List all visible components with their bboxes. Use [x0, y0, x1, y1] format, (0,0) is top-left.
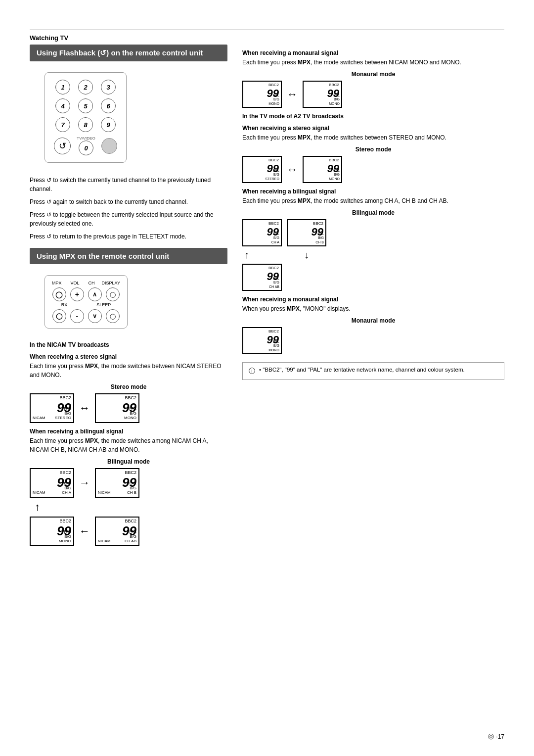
- a2m-screen: BBC2 99 PALB/GMONO: [242, 327, 282, 354]
- flashback-remote-illustration: 1 2 3 4 5 6 7 8 9 ↺ TV/VIDEO: [30, 67, 227, 170]
- a2-monaural-body: When you press MPX, "MONO" displays.: [242, 304, 504, 313]
- a2-stereo-screen-row: BBC2 99 PALB/GSTEREO ↔ BBC2 99 PALB/GMON…: [242, 156, 504, 183]
- flashback-para3: Press ↺ to toggle between the currently …: [30, 210, 227, 228]
- page: Watching TV Using Flashback (↺) on the r…: [0, 0, 534, 756]
- nicam-bi-bottom-left: BBC2 99 PALB/GMONO: [30, 517, 74, 546]
- btn-power: [101, 138, 117, 154]
- vol-minus-btn: -: [70, 309, 84, 323]
- ch-btn: ∧: [88, 287, 102, 301]
- nicam-bilingual-mid-arrows: ↑ ↓: [30, 501, 227, 514]
- mono-left-screen: BBC2 99 PALB/GMONO: [242, 81, 282, 108]
- sleep-btn: ◯: [106, 309, 120, 323]
- nicam-bilingual-mode-title: Bilingual mode: [30, 458, 227, 465]
- a2b-bottom-left: BBC2 99 PALB/GCH AB: [242, 264, 282, 291]
- page-number: Ⓞ -17: [488, 733, 504, 741]
- a2-bilingual-left-col: BBC2 99 PALB/GCH A ↑ BBC2 99 PALB/GCH AB: [242, 219, 282, 291]
- nicam-bi-top-right: BBC2 99 NICAM PALB/GCH B: [95, 468, 139, 498]
- a2b-top-left: BBC2 99 PALB/GCH A: [242, 219, 282, 246]
- special-row: ↺ TV/VIDEO 0: [54, 136, 117, 155]
- nicam-section-title: In the NICAM TV broadcasts: [30, 341, 227, 348]
- nicam-bilingual-screens: BBC2 99 NICAM PALB/GCH A → BBC2 99 NICAM…: [30, 468, 227, 546]
- mono-arrow: ↔: [287, 88, 298, 101]
- a2-monaural-title: When receiving a monaural signal: [242, 296, 504, 303]
- btn-4: 4: [55, 98, 70, 113]
- left-column: Using Flashback (↺) on the remote contro…: [30, 45, 227, 551]
- nicam-bilingual-top-row: BBC2 99 NICAM PALB/GCH A → BBC2 99 NICAM…: [30, 468, 227, 498]
- a2-bilingual-body: Each time you press MPX, the mode switch…: [242, 196, 504, 205]
- a2b-top-right: BBC2 99 PALB/GCH B: [287, 219, 326, 246]
- vol-btn: +: [70, 287, 84, 301]
- a2-mono-screen-container: BBC2 99 PALB/GMONO: [242, 327, 504, 354]
- btn-9: 9: [101, 117, 116, 132]
- mpx-bottom-labels: RX SLEEP: [52, 302, 120, 307]
- flashback-para2: Press ↺ again to switch back to the curr…: [30, 197, 227, 206]
- mpx-section-header: Using MPX on the remote control unit: [30, 248, 227, 264]
- nicam-bilingual-title: When receiving a bilingual signal: [30, 428, 227, 435]
- monaural-title: When receiving a monaural signal: [242, 49, 504, 56]
- flashback-para4: Press ↺ to return to the previous page i…: [30, 232, 227, 241]
- nicam-stereo-mode-title: Stereo mode: [30, 383, 227, 390]
- nicam-stereo-right-screen: BBC2 99 PALB/GMONO: [95, 393, 139, 423]
- mpx-bottom-row: ◯ - ∨ ◯: [52, 309, 120, 323]
- ch-down-btn: ∨: [88, 309, 102, 323]
- mono-right-screen: BBC2 99 PALB/GMONO: [303, 81, 342, 108]
- a2-stereo-body: Each time you press MPX, the mode switch…: [242, 133, 504, 142]
- a2b-up-arrow: ↑: [242, 249, 282, 261]
- a2-bilingual-mode-title: Bilingual mode: [242, 209, 504, 216]
- tv-video-label: TV/VIDEO: [77, 136, 95, 141]
- btn-0: 0: [79, 141, 93, 155]
- flashback-para1: Press ↺ to switch the currently tuned ch…: [30, 176, 227, 193]
- a2-bilingual-title: When receiving a bilingual signal: [242, 188, 504, 195]
- flashback-section-header: Using Flashback (↺) on the remote contro…: [30, 45, 227, 61]
- a2-bilingual-right-section: BBC2 99 PALB/GCH B ↓: [287, 219, 326, 291]
- mpx-top-row: ◯ + ∧ ◯: [52, 287, 120, 301]
- a2s-arrow: ↔: [287, 163, 298, 176]
- rx-btn: ◯: [52, 309, 66, 323]
- a2b-down-arrow: ↓: [304, 249, 309, 261]
- btn-1: 1: [55, 80, 70, 94]
- nicam-stereo-left-screen: BBC2 99 NICAM PALB/GSTEREO: [30, 393, 74, 423]
- monaural-body: Each time you press MPX, the mode switch…: [242, 58, 504, 67]
- btn-7: 7: [55, 117, 70, 132]
- nicam-stereo-body: Each time you press MPX, the mode switch…: [30, 362, 227, 379]
- bi-arrow-up: ↑: [35, 501, 40, 514]
- flashback-btn: ↺: [54, 138, 71, 154]
- section-rule: [30, 30, 504, 30]
- stereo-arrow: ↔: [79, 402, 90, 415]
- right-column: When receiving a monaural signal Each ti…: [242, 45, 504, 551]
- nicam-stereo-title: When receiving a stereo signal: [30, 353, 227, 360]
- nicam-bi-top-left: BBC2 99 NICAM PALB/GCH A: [30, 468, 74, 498]
- btn-5: 5: [78, 98, 93, 113]
- nicam-stereo-screen-row: BBC2 99 NICAM PALB/GSTEREO ↔ BBC2 99 PAL…: [30, 393, 227, 423]
- bi-arrow-left: ←: [79, 525, 90, 538]
- note-box: ⓘ • "BBC2", "99" and "PAL" are tentative…: [242, 362, 504, 380]
- monaural-mode-title: Monaural mode: [242, 71, 504, 78]
- nicam-bilingual-bottom-row: BBC2 99 PALB/GMONO ← BBC2 99 NICAM PALB/…: [30, 517, 227, 546]
- display-btn: ◯: [106, 287, 120, 301]
- number-buttons-grid: 1 2 3 4 5 6 7 8 9: [54, 80, 117, 132]
- watching-tv-label: Watching TV: [30, 34, 504, 42]
- a2-stereo-mode-title: Stereo mode: [242, 146, 504, 153]
- nicam-bilingual-body: Each time you press MPX, the mode switch…: [30, 436, 227, 454]
- a2-stereo-title: When receiving a stereo signal: [242, 125, 504, 132]
- a2s-right-screen: BBC2 99 PALB/GMONO: [303, 156, 342, 183]
- bi-arrow-right: →: [79, 476, 90, 489]
- monaural-screen-row: BBC2 99 PALB/GMONO ↔ BBC2 99 PALB/GMONO: [242, 81, 504, 108]
- btn-2: 2: [78, 80, 93, 94]
- btn-6: 6: [101, 98, 116, 113]
- mpx-top-labels: MPX VOL CH DISPLAY: [52, 281, 120, 285]
- a2s-left-screen: BBC2 99 PALB/GSTEREO: [242, 156, 282, 183]
- note-icon: ⓘ: [249, 367, 255, 376]
- btn-8: 8: [78, 117, 93, 132]
- mpx-btn: ◯: [52, 287, 66, 301]
- a2-bilingual-screens: BBC2 99 PALB/GCH A ↑ BBC2 99 PALB/GCH AB…: [242, 219, 504, 291]
- btn-3: 3: [101, 80, 116, 94]
- note-text: • "BBC2", "99" and "PAL" are tentative n…: [259, 367, 465, 373]
- a2-monaural-mode-title: Monaural mode: [242, 317, 504, 324]
- remote-control-diagram: 1 2 3 4 5 6 7 8 9 ↺ TV/VIDEO: [44, 72, 127, 163]
- mpx-remote-diagram: MPX VOL CH DISPLAY ◯ + ∧ ◯ RX: [44, 275, 128, 329]
- a2-title: In the TV mode of A2 TV broadcasts: [242, 113, 504, 120]
- nicam-bi-bottom-right: BBC2 99 NICAM PALB/GCH AB: [95, 517, 139, 546]
- mpx-remote-illustration: MPX VOL CH DISPLAY ◯ + ∧ ◯ RX: [30, 270, 227, 335]
